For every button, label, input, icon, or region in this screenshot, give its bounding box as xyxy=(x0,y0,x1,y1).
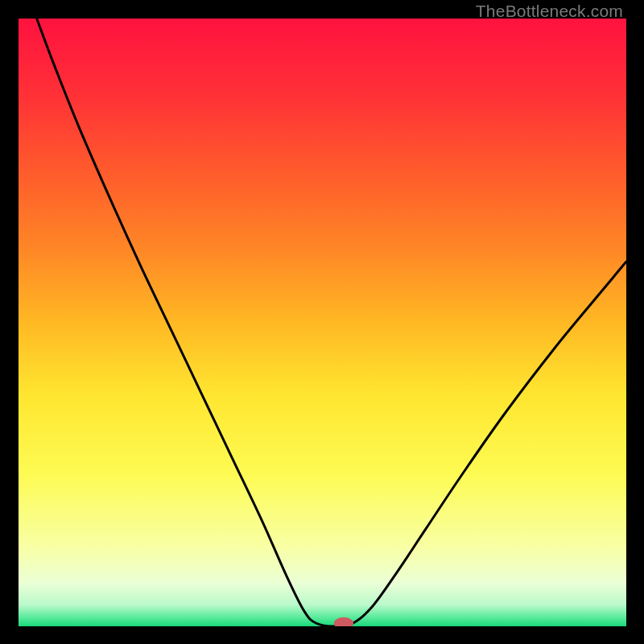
bottleneck-chart xyxy=(19,19,626,626)
chart-background xyxy=(19,19,626,626)
chart-frame xyxy=(19,19,626,626)
